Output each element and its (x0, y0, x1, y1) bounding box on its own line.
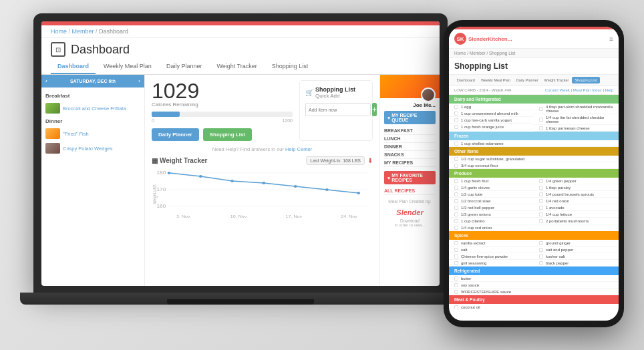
cat-snacks[interactable]: SNACKS (384, 151, 436, 159)
tab-weight-tracker[interactable]: Weight Tracker (210, 59, 263, 74)
list-item: kosher salt (534, 253, 619, 260)
view-label: In order to view... (384, 223, 436, 227)
tab-dashboard[interactable]: Dashboard (51, 59, 96, 74)
cat-all-recipes[interactable]: ALL RECIPES (384, 187, 436, 195)
item-checkbox[interactable] (539, 212, 543, 216)
item-checkbox[interactable] (539, 199, 543, 203)
cat-lunch[interactable]: LUNCH (384, 135, 436, 143)
item-checkbox[interactable] (539, 241, 543, 245)
item-checkbox[interactable] (454, 226, 458, 230)
item-checkbox[interactable] (539, 118, 543, 122)
item-checkbox[interactable] (454, 186, 458, 190)
item-checkbox[interactable] (454, 142, 458, 146)
meal-name-potato[interactable]: Crispy Potato Wedges (63, 146, 112, 152)
cat-dinner[interactable]: DINNER (384, 143, 436, 151)
item-checkbox[interactable] (454, 206, 458, 210)
item-checkbox[interactable] (454, 283, 458, 287)
item-checkbox[interactable] (454, 254, 458, 258)
item-checkbox[interactable] (454, 305, 458, 309)
svg-text:17. Nov: 17. Nov (286, 214, 303, 218)
item-checkbox[interactable] (454, 164, 458, 168)
phone-tab-weekly[interactable]: Weekly Meal Plan (478, 77, 513, 83)
frozen-header: Frozen (449, 132, 619, 140)
favorites-header: ♥ MY FAVORITE RECIPES (384, 171, 436, 184)
shopping-list-scroll[interactable]: Dairy and Refrigerated 1 egg 1 cup unswe… (449, 95, 619, 309)
cat-breakfast[interactable]: BREAKFAST (384, 127, 436, 135)
daily-planner-btn[interactable]: Daily Planner (152, 128, 199, 141)
item-checkbox[interactable] (539, 206, 543, 210)
item-checkbox[interactable] (539, 248, 543, 252)
current-date: SATURDAY, DEC 6th (70, 79, 116, 83)
svg-point-12 (357, 192, 360, 194)
dairy-header: Dairy and Refrigerated (449, 95, 619, 104)
hamburger-menu-icon[interactable]: ≡ (609, 35, 613, 43)
item-checkbox[interactable] (539, 186, 543, 190)
item-checkbox[interactable] (454, 157, 458, 161)
item-checkbox[interactable] (539, 126, 543, 130)
weight-download-icon[interactable]: ⬇ (367, 157, 373, 164)
list-item: 1 avocado (534, 204, 619, 211)
item-checkbox[interactable] (454, 192, 458, 196)
download-label: Download (384, 218, 436, 223)
list-item: 1 cup fresh fruit (449, 178, 534, 184)
svg-point-7 (199, 175, 202, 178)
tab-shopping-list[interactable]: Shopping List (265, 59, 315, 74)
item-checkbox[interactable] (454, 125, 458, 129)
meal-item-broccoli: Broccoli and Cheese Frittata (45, 101, 140, 116)
shopping-item-input[interactable] (305, 103, 371, 116)
shopping-add-btn[interactable]: + (372, 103, 377, 116)
weight-header: ▦ Weight Tracker Last Weight-In: 168 LBS… (152, 156, 373, 165)
item-checkbox[interactable] (454, 290, 458, 294)
content-area: ‹ SATURDAY, DEC 6th › Breakfast Broccoli… (41, 75, 440, 286)
item-checkbox[interactable] (454, 241, 458, 245)
item-checkbox[interactable] (539, 261, 543, 265)
meal-name-broccoli[interactable]: Broccoli and Cheese Frittata (63, 106, 126, 112)
prev-day-btn[interactable]: ‹ (45, 78, 47, 84)
next-day-btn[interactable]: › (138, 78, 140, 84)
weight-chart: 180 170 160 (152, 168, 373, 221)
phone-breadcrumb: Home / Member / Shopping List (449, 49, 619, 58)
tab-daily-planner[interactable]: Daily Planner (160, 59, 209, 74)
cal-max: 1200 (282, 118, 293, 123)
nav-member[interactable]: Member (72, 28, 94, 35)
list-item: 1/4 pound brussels sprouts (534, 191, 619, 198)
calories-range: 0 1200 (152, 118, 293, 123)
list-item: ground ginger (534, 240, 619, 246)
item-checkbox[interactable] (454, 112, 458, 116)
item-checkbox[interactable] (454, 118, 458, 122)
nav-links[interactable]: Current Week | Meal Plan Index | Help (545, 88, 613, 92)
item-checkbox[interactable] (539, 192, 543, 196)
phone-tab-shopping[interactable]: Shopping List (572, 77, 599, 83)
help-center-link[interactable]: Help Center (285, 146, 312, 152)
tab-weekly-meal-plan[interactable]: Weekly Meal Plan (97, 59, 158, 74)
item-checkbox[interactable] (454, 277, 458, 281)
meal-name-fish[interactable]: "Fried" Fish (63, 131, 89, 137)
item-checkbox[interactable] (454, 199, 458, 203)
phone-tab-dashboard[interactable]: Dashboard (454, 77, 478, 83)
phone-header: SK SlenderKitchen... ≡ (449, 29, 619, 49)
item-checkbox[interactable] (454, 105, 458, 109)
phone-tab-weight[interactable]: Weight Tracker (542, 77, 572, 83)
meat-header: Meat & Poultry (449, 295, 619, 304)
page-title: Dashboard (71, 43, 130, 57)
nav-home[interactable]: Home (51, 28, 67, 35)
laptop-base (20, 293, 461, 305)
list-item: 1/3 red bell pepper (449, 204, 534, 211)
shopping-quick-add-widget: 🛒 Shopping List Quick Add + (299, 80, 373, 141)
item-checkbox[interactable] (454, 248, 458, 252)
list-item: 3/4 cup coconut flour (449, 162, 619, 169)
item-checkbox[interactable] (539, 254, 543, 258)
cat-my-recipes[interactable]: MY RECIPES (384, 159, 436, 167)
phone-tab-daily[interactable]: Daily Planner (514, 77, 541, 83)
item-checkbox[interactable] (454, 261, 458, 265)
item-checkbox[interactable] (454, 179, 458, 183)
shopping-list-btn[interactable]: Shopping List (203, 128, 252, 141)
item-checkbox[interactable] (539, 107, 543, 111)
meal-plan-credit: Meal Plan Created by: (384, 199, 436, 204)
item-checkbox[interactable] (454, 212, 458, 216)
item-checkbox[interactable] (539, 219, 543, 223)
item-checkbox[interactable] (454, 219, 458, 223)
item-checkbox[interactable] (539, 179, 543, 183)
right-panel: Joe Me... ♥ MY RECIPE QUEUE BREAKFAST LU… (379, 75, 440, 286)
list-item: 4 tbsp part-skim shredded mozzarella che… (534, 104, 619, 114)
